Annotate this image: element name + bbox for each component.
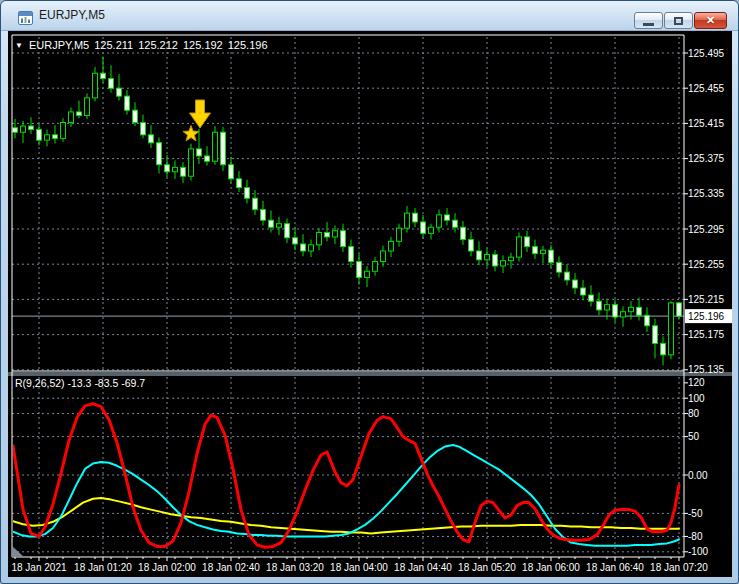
restore-icon [674,17,683,25]
pane-splitter[interactable] [9,371,732,378]
price-chart-area[interactable] [12,35,684,371]
close-button[interactable]: ✕ [694,12,727,29]
restore-button[interactable] [664,12,693,29]
time-axis[interactable] [12,558,684,578]
mt4-chart-window: 125.495125.455125.415125.375125.335125.2… [0,0,739,584]
minimize-button[interactable] [634,12,663,29]
chart-window-icon [18,11,33,25]
price-axis[interactable] [685,35,733,557]
minimize-icon [643,23,654,26]
indicator-pane-area[interactable] [12,378,684,557]
window-title: EURJPY,M5 [39,8,105,22]
window-controls: ✕ [634,12,727,29]
title-bar[interactable]: EURJPY,M5 ✕ [1,1,738,31]
